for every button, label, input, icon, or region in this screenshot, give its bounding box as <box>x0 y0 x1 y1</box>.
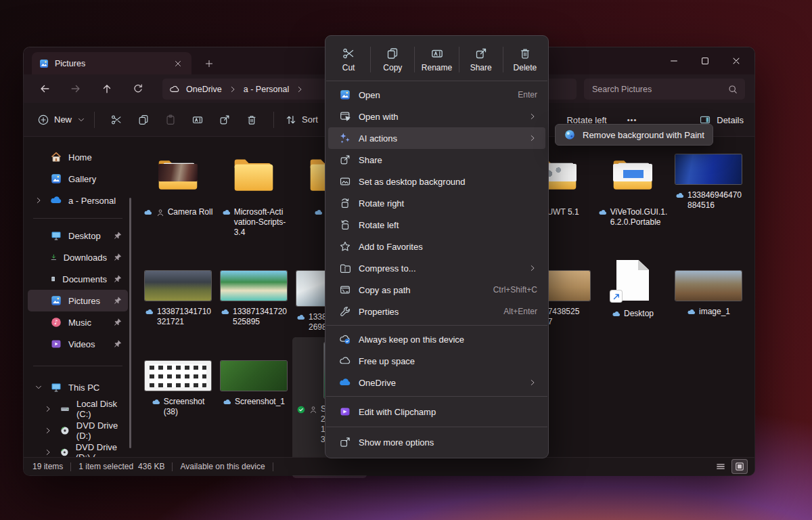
delete-button[interactable] <box>238 108 265 131</box>
sidebar-item-videos[interactable]: Videos <box>28 333 128 355</box>
menu-item-set-as-desktop-background[interactable]: Set as desktop background <box>328 171 545 192</box>
show-more-icon <box>338 436 351 449</box>
menu-item-open-with[interactable]: Open with <box>328 106 545 127</box>
sidebar-scrollbar[interactable] <box>129 198 131 448</box>
rename-quick-action[interactable]: Rename <box>415 41 458 78</box>
chevron-right-icon[interactable] <box>228 85 238 94</box>
file-tile-image[interactable]: 133871341720 525895 <box>217 271 291 327</box>
submenu-chevron-icon <box>528 133 537 143</box>
window-controls <box>658 47 752 74</box>
search-icon[interactable] <box>727 84 738 95</box>
flyout-item-remove-background[interactable]: Remove background with Paint <box>583 130 704 140</box>
gallery-icon <box>50 173 62 185</box>
share-quick-action[interactable]: Share <box>459 41 503 78</box>
menu-item-always-keep-on-this-device[interactable]: Always keep on this device <box>328 328 545 350</box>
synced-check-icon <box>296 405 306 414</box>
file-tile-screenshot-1[interactable]: Screenshot_1 <box>217 361 291 407</box>
back-button[interactable] <box>33 79 56 99</box>
dvd-drive-icon <box>60 446 70 457</box>
file-tile-image[interactable]: 133846946470 884516 <box>671 154 746 211</box>
chevron-down-icon[interactable] <box>33 383 44 392</box>
tab-close-icon[interactable] <box>171 57 185 70</box>
chevron-right-icon[interactable] <box>33 196 44 205</box>
details-view-toggle[interactable] <box>713 459 729 474</box>
menu-item-add-to-favorites[interactable]: Add to Favorites <box>328 236 545 257</box>
paste-button[interactable] <box>157 108 184 131</box>
sidebar-item-desktop[interactable]: Desktop <box>28 225 128 246</box>
file-tile-image[interactable]: image_1 <box>671 271 746 317</box>
menu-item-properties[interactable]: Properties Alt+Enter <box>328 301 545 322</box>
sidebar-item-pictures[interactable]: Pictures <box>28 290 128 311</box>
item-count: 19 items <box>32 462 63 471</box>
chevron-right-icon[interactable] <box>43 404 53 414</box>
forward-button[interactable] <box>64 79 87 99</box>
sidebar-item-gallery[interactable]: Gallery <box>28 168 128 190</box>
menu-item-onedrive[interactable]: OneDrive <box>328 372 545 393</box>
selection-size: 436 KB <box>138 462 164 471</box>
file-tile-camera-roll[interactable]: Camera Roll <box>141 148 215 217</box>
sidebar-item-dvd-drive-d[interactable]: DVD Drive (D:) <box>28 420 128 441</box>
menu-item-share[interactable]: Share <box>328 149 545 171</box>
menu-item-show-more-options[interactable]: Show more options <box>328 430 545 454</box>
sidebar-item-downloads[interactable]: Downloads <box>28 246 128 268</box>
cloud-status-icon <box>145 307 154 317</box>
menu-item-free-up-space[interactable]: Free up space <box>328 350 545 372</box>
pin-icon <box>113 231 122 240</box>
copy-button[interactable] <box>130 108 157 131</box>
home-icon <box>50 151 62 163</box>
minimize-button[interactable] <box>658 47 690 74</box>
menu-item-copy-as-path[interactable]: Copy as path Ctrl+Shift+C <box>328 279 545 301</box>
new-button[interactable]: New <box>37 114 86 126</box>
folder-icon <box>605 154 660 199</box>
file-tile-desktop-shortcut[interactable]: Desktop <box>595 256 670 319</box>
see-more-button[interactable]: ••• <box>627 116 637 124</box>
cut-button[interactable] <box>103 108 130 131</box>
pictures-icon <box>50 295 62 307</box>
refresh-button[interactable] <box>127 79 150 99</box>
sidebar-item-local-disk-c[interactable]: Local Disk (C:) <box>28 398 128 420</box>
search-input[interactable] <box>591 84 727 95</box>
sidebar-item-home[interactable]: Home <box>28 146 128 168</box>
sidebar-item-dvd-drive-d2[interactable]: DVD Drive (D:) ( <box>28 441 128 457</box>
copy-quick-action[interactable]: Copy <box>371 41 414 78</box>
videos-icon <box>50 338 62 350</box>
breadcrumb-onedrive[interactable]: OneDrive <box>186 85 222 94</box>
cut-quick-action[interactable]: Cut <box>327 41 370 78</box>
menu-item-compress-to[interactable]: Compress to... <box>328 257 545 279</box>
tab-title: Pictures <box>55 59 85 68</box>
rename-button[interactable] <box>184 108 211 131</box>
file-tile-image[interactable]: 133871341710 321721 <box>141 271 215 327</box>
maximize-button[interactable] <box>690 47 721 74</box>
onedrive-icon <box>169 84 180 95</box>
sidebar-item-music[interactable]: Music <box>28 311 128 333</box>
menu-item-ai-actions[interactable]: AI actions <box>328 127 545 149</box>
tab-pictures[interactable]: Pictures <box>32 52 191 74</box>
sidebar-item-this-pc[interactable]: This PC <box>28 376 128 398</box>
details-button[interactable]: Details <box>717 115 744 125</box>
new-tab-button[interactable] <box>201 56 217 72</box>
chevron-right-icon[interactable] <box>295 85 304 94</box>
close-button[interactable] <box>721 47 752 74</box>
open-with-icon <box>338 110 351 123</box>
sidebar-item-onedrive-personal[interactable]: a - Personal <box>28 190 128 211</box>
sort-button[interactable]: Sort <box>285 114 318 126</box>
menu-item-rotate-left[interactable]: Rotate left <box>328 214 545 236</box>
downloads-icon <box>50 251 58 263</box>
share-button[interactable] <box>211 108 238 131</box>
file-tile-screenshot-38[interactable]: Screenshot (38) <box>141 361 215 417</box>
cloud-status-icon <box>314 208 323 217</box>
menu-item-rotate-right[interactable]: Rotate right <box>328 192 545 214</box>
chevron-right-icon[interactable] <box>43 426 53 435</box>
breadcrumb-a-personal[interactable]: a - Personal <box>244 85 289 94</box>
file-tile-mas[interactable]: Microsoft-Acti vation-Scripts- 3.4 <box>217 148 291 238</box>
menu-item-edit-with-clipchamp[interactable]: Edit with Clipchamp <box>328 399 545 424</box>
menu-item-open[interactable]: Open Enter <box>328 84 545 106</box>
navigation-pane: Home Gallery a - Personal Desktop Downlo… <box>24 137 132 457</box>
delete-quick-action[interactable]: Delete <box>503 41 547 78</box>
up-button[interactable] <box>95 79 118 99</box>
file-tile-vivetool[interactable]: ViVeTool.GUI.1. 6.2.0.Portable <box>595 148 670 228</box>
icons-view-toggle[interactable] <box>731 459 748 474</box>
sidebar-item-documents[interactable]: Documents <box>28 268 128 290</box>
clipchamp-icon <box>338 406 351 418</box>
chevron-right-icon[interactable] <box>43 448 53 457</box>
